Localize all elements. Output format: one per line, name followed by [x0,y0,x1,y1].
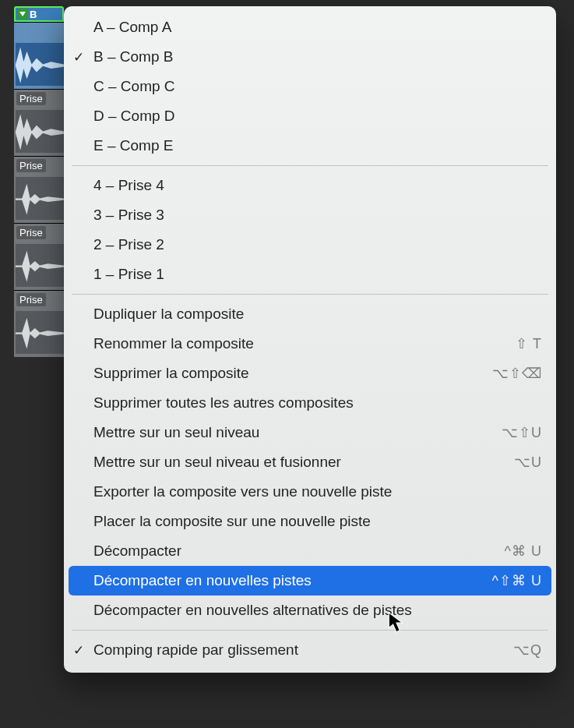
menu-item-shortcut: ⌥⇧U [502,424,542,441]
take-lane[interactable]: Prise [14,89,64,156]
menu-item-label: Supprimer toutes les autres composites [93,394,542,412]
waveform-icon [16,177,64,220]
menu-item[interactable]: A – Comp A [64,12,556,42]
checkmark-icon: ✓ [64,642,93,659]
menu-item-label: Comping rapide par glissement [93,641,504,659]
svg-marker-4 [16,251,64,282]
menu-item-label: A – Comp A [93,19,542,36]
lane-label: Prise [16,159,46,172]
take-lane[interactable]: Prise [14,223,64,290]
menu-item-shortcut: ⌥⇧⌫ [492,365,542,382]
menu-item-shortcut: ^⇧⌘ U [492,572,542,589]
menu-item-label: 1 – Prise 1 [93,266,542,283]
take-lane[interactable]: Prise [14,156,64,223]
menu-item-shortcut: ^⌘ U [505,542,542,560]
waveform-icon [16,110,64,153]
lane-label: Prise [16,293,46,306]
menu-item-label: Mettre sur un seul niveau et fusionner [93,454,505,471]
menu-item-label: 2 – Prise 2 [93,236,542,253]
menu-item-label: Exporter la composite vers une nouvelle … [93,483,542,500]
menu-item-label: 3 – Prise 3 [93,207,542,224]
menu-item-shortcut: ⇧ T [516,335,542,352]
menu-item-label: 4 – Prise 4 [93,177,542,194]
take-folder-header[interactable]: B [14,6,64,22]
take-folder-label: B [30,9,37,20]
menu-item-shortcut: ⌥U [514,454,542,471]
waveform-icon [16,244,64,287]
menu-item[interactable]: Exporter la composite vers une nouvelle … [64,477,556,507]
lane-label: Prise [16,92,46,105]
menu-item[interactable]: Renommer la composite⇧ T [64,329,556,359]
menu-item-label: Renommer la composite [93,335,506,352]
menu-item[interactable]: 1 – Prise 1 [64,260,556,289]
svg-marker-5 [16,318,64,349]
menu-item[interactable]: C – Comp C [64,72,556,101]
menu-item[interactable]: Décompacter en nouvelles pistes^⇧⌘ U [69,566,551,595]
menu-item-label: B – Comp B [93,48,542,65]
menu-item-label: Placer la composite sur une nouvelle pis… [93,513,542,530]
menu-item[interactable]: Supprimer la composite⌥⇧⌫ [64,359,556,388]
menu-item-shortcut: ⌥Q [513,641,542,659]
menu-item-label: Supprimer la composite [93,365,483,382]
take-folder-menu[interactable]: A – Comp A✓B – Comp BC – Comp CD – Comp … [64,6,556,673]
menu-item[interactable]: ✓Comping rapide par glissement⌥Q [64,635,556,665]
menu-item-label: Décompacter en nouvelles pistes [93,572,483,589]
svg-marker-2 [16,115,64,150]
svg-marker-1 [16,48,64,83]
menu-item-label: Mettre sur un seul niveau [93,424,492,441]
menu-item-label: Dupliquer la composite [93,306,542,323]
menu-item[interactable]: ✓B – Comp B [64,42,556,72]
menu-item[interactable]: Mettre sur un seul niveau et fusionner⌥U [64,447,556,477]
disclosure-triangle-icon[interactable] [17,9,28,19]
svg-marker-0 [19,12,26,16]
menu-item[interactable]: Décompacter^⌘ U [64,536,556,566]
track-column: B Prise Prise Prise P [14,6,64,357]
menu-item-label: Décompacter en nouvelles alternatives de… [93,602,542,619]
menu-item-label: C – Comp C [93,78,542,95]
menu-item[interactable]: Mettre sur un seul niveau⌥⇧U [64,418,556,447]
checkmark-icon: ✓ [64,49,93,65]
menu-separator [72,630,548,631]
waveform-icon [16,311,64,354]
menu-item[interactable]: D – Comp D [64,101,556,131]
menu-item[interactable]: 4 – Prise 4 [64,171,556,200]
menu-item-label: E – Comp E [93,137,542,154]
menu-separator [72,294,548,295]
lane-label: Prise [16,226,46,239]
menu-item[interactable]: 2 – Prise 2 [64,230,556,260]
menu-item[interactable]: Dupliquer la composite [64,299,556,329]
take-lane[interactable] [14,22,64,89]
menu-item[interactable]: E – Comp E [64,131,556,161]
take-lane[interactable]: Prise [14,290,64,357]
menu-item-label: Décompacter [93,542,495,560]
menu-item[interactable]: Décompacter en nouvelles alternatives de… [64,595,556,625]
menu-item[interactable]: 3 – Prise 3 [64,200,556,230]
menu-separator [72,165,548,166]
svg-marker-3 [16,184,64,215]
waveform-icon [16,43,64,86]
menu-item-label: D – Comp D [93,108,542,125]
menu-item[interactable]: Supprimer toutes les autres composites [64,388,556,418]
menu-item[interactable]: Placer la composite sur une nouvelle pis… [64,507,556,536]
